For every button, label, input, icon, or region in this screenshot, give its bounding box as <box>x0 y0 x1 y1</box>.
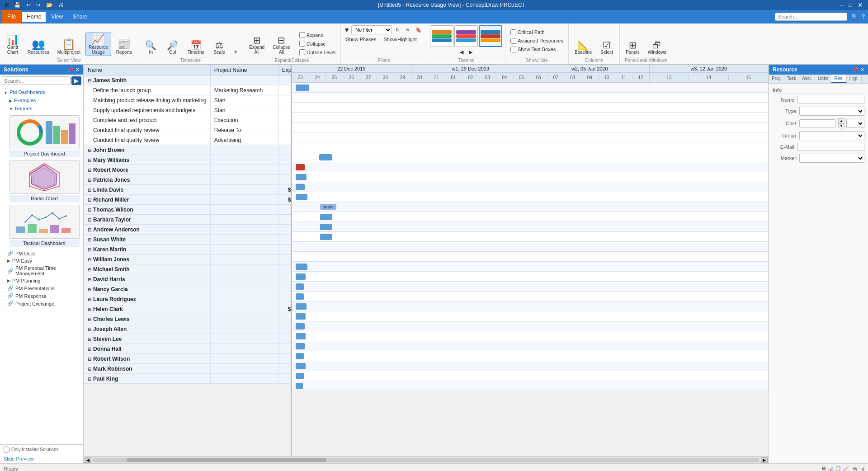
row-expand-btn[interactable]: ⊟ <box>88 297 91 302</box>
collapse-checkbox-label[interactable]: Collapse <box>297 40 338 47</box>
row-expand-btn[interactable]: ⊟ <box>88 367 91 372</box>
tab-res[interactable]: Res. <box>831 75 847 83</box>
menu-share[interactable]: Share <box>68 12 92 22</box>
row-expand-btn[interactable]: ⊟ <box>88 267 91 272</box>
table-row[interactable]: ⊟Karen Martin$10,962.6 <box>84 245 292 254</box>
table-row[interactable]: ⊟Patricia Jones$7,392 <box>84 175 292 185</box>
filter-dropdown[interactable]: No filter <box>351 25 392 34</box>
sidebar-item-pm-planning[interactable]: ▶ PM Planning <box>0 277 83 284</box>
project-dashboard-thumb[interactable] <box>9 115 80 149</box>
row-expand-btn[interactable]: ⊟ <box>88 78 91 83</box>
table-row[interactable]: ⊟Richard Miller$13,199.99 <box>84 195 292 205</box>
slide-preview-btn[interactable]: Slide Preview <box>0 454 83 463</box>
row-expand-btn[interactable]: ⊟ <box>88 307 91 312</box>
table-row[interactable]: Supply updated requirements and budgetsS… <box>84 105 292 115</box>
tab-hyp[interactable]: Hyp. <box>847 75 862 83</box>
table-row[interactable]: Matching product release timing with mar… <box>84 95 292 105</box>
table-row[interactable]: Conduct final quality reviewRelease To$4… <box>84 125 292 135</box>
tab-links[interactable]: Links <box>815 75 831 83</box>
name-field-input[interactable] <box>797 96 864 104</box>
cost-spin-up[interactable]: ▲ <box>838 118 844 123</box>
table-row[interactable]: ⊟Robert Moore$14,960 <box>84 165 292 175</box>
cost-currency-select[interactable] <box>846 119 864 128</box>
help-btn[interactable]: ? <box>860 13 866 20</box>
sidebar-search-btn[interactable]: ▶ <box>71 76 81 85</box>
row-expand-btn[interactable]: ⊟ <box>88 217 91 222</box>
search-input[interactable] <box>775 13 847 21</box>
group-field-select[interactable] <box>799 131 864 140</box>
close-btn[interactable]: ✕ <box>856 1 864 9</box>
menu-home[interactable]: Home <box>22 12 46 22</box>
row-expand-btn[interactable]: ⊟ <box>88 237 91 242</box>
outline-checkbox-label[interactable]: Outline Level <box>297 48 338 56</box>
show-text-boxes-checkbox[interactable] <box>510 47 516 52</box>
tab-assi[interactable]: Assi. <box>799 75 815 83</box>
table-row[interactable]: ⊟Linda Davis$22,176.03 <box>84 185 292 195</box>
table-row[interactable]: ⊟Barbara Taylor$880 <box>84 215 292 225</box>
sidebar-examples-header[interactable]: Examples <box>5 96 83 104</box>
sidebar-item-pm-presentations[interactable]: 🔗 PM Presentations <box>0 284 83 292</box>
collapse-checkbox[interactable] <box>299 41 305 47</box>
sidebar-reports-header[interactable]: Reports <box>5 104 83 113</box>
row-expand-btn[interactable]: ⊟ <box>88 347 91 352</box>
save-quick-btn[interactable]: 💾 <box>13 1 22 9</box>
table-row[interactable]: Conduct final quality reviewAdvertising$… <box>84 135 292 145</box>
scroll-right-btn[interactable]: ▶ <box>761 457 768 463</box>
table-row[interactable]: Define the launch groupMarketing Researc… <box>84 85 292 95</box>
sidebar-item-project-exchange[interactable]: 🔗 Project Exchange <box>0 300 83 307</box>
type-field-select[interactable] <box>799 107 864 116</box>
row-expand-btn[interactable]: ⊟ <box>88 148 91 153</box>
multiproject-btn[interactable]: 📋 Multiproject <box>54 38 84 56</box>
row-expand-btn[interactable]: ⊟ <box>88 198 91 203</box>
sidebar-item-pm-docs[interactable]: 🔗 PM Docs <box>0 250 83 257</box>
table-row[interactable]: ⊟Robert Wilson$5,090 <box>84 354 292 364</box>
show-phases-btn[interactable]: Show Phases <box>344 36 378 43</box>
critical-path-checkbox[interactable] <box>510 29 516 35</box>
table-row[interactable]: ⊟David Harris$1,980 <box>84 274 292 284</box>
undo-quick-btn[interactable]: ↩ <box>25 1 32 9</box>
row-expand-btn[interactable]: ⊟ <box>88 317 91 322</box>
theme3-btn[interactable] <box>479 25 502 47</box>
show-text-boxes-label[interactable]: Show Text Boxes <box>508 46 558 53</box>
only-installed-checkbox[interactable] <box>4 447 9 452</box>
reports-btn[interactable]: 📰 Reports <box>113 38 135 56</box>
table-row[interactable]: ⊟Mark Robinson$2,768 <box>84 364 292 374</box>
table-row[interactable]: ⊟Joseph Allen$3,460 <box>84 324 292 334</box>
filter-clear-btn[interactable]: ✕ <box>403 26 412 34</box>
assigned-resources-checkbox[interactable] <box>510 38 516 44</box>
redo-quick-btn[interactable]: ↪ <box>35 1 42 9</box>
select-btn[interactable]: ☑ Select <box>597 39 617 56</box>
table-row[interactable]: ⊟Andrew Anderson$352 <box>84 225 292 235</box>
theme-prev-btn[interactable]: ◀ <box>458 48 466 56</box>
row-expand-btn[interactable]: ⊟ <box>88 168 91 173</box>
sidebar-pin-btn[interactable]: 📌 <box>67 67 74 73</box>
row-expand-btn[interactable]: ⊟ <box>88 337 91 342</box>
table-row[interactable]: ⊟Charles Lewis$8,100.02 <box>84 314 292 324</box>
expand-checkbox-label[interactable]: Expand <box>297 31 338 39</box>
row-expand-btn[interactable]: ⊟ <box>88 158 91 163</box>
theme1-btn[interactable] <box>430 25 453 47</box>
horizontal-scrollbar[interactable]: ◀ ▶ <box>84 456 769 463</box>
cost-field-input[interactable] <box>799 119 835 127</box>
table-row[interactable]: ⊟Paul King$1,830 <box>84 374 292 384</box>
gantt-chart-btn[interactable]: 📊 GanttChart <box>3 33 23 56</box>
right-panel-close-btn[interactable]: ✕ <box>860 67 864 73</box>
tactical-dashboard-thumb[interactable] <box>9 205 80 239</box>
collapse-all-btn[interactable]: ⊟ CollapseAll <box>269 34 293 56</box>
table-row[interactable]: ⊟Mary Williams$22,930.6 <box>84 155 292 165</box>
expand-checkbox[interactable] <box>299 32 305 38</box>
table-row[interactable]: ⊟Susan White$7,731.63 <box>84 235 292 245</box>
row-expand-btn[interactable]: ⊟ <box>88 287 91 292</box>
timescale-expand-btn[interactable]: ▼ <box>231 48 240 56</box>
marker-field-select[interactable] <box>799 154 864 163</box>
radar-chart-thumb[interactable] <box>9 160 80 194</box>
sidebar-search-input[interactable] <box>2 76 71 85</box>
minimize-btn[interactable]: ─ <box>838 1 845 9</box>
table-row[interactable]: Complete and test productExecution$440 <box>84 115 292 125</box>
scroll-thumb[interactable] <box>127 458 326 462</box>
expand-all-btn[interactable]: ⊞ ExpandAll <box>246 34 268 56</box>
table-row[interactable]: ⊟James Smith$8,360 <box>84 75 292 85</box>
baseline-btn[interactable]: 📐 Baseline <box>571 39 595 56</box>
search-icon-btn[interactable]: 🔍 <box>850 13 859 20</box>
row-expand-btn[interactable]: ⊟ <box>88 178 91 183</box>
